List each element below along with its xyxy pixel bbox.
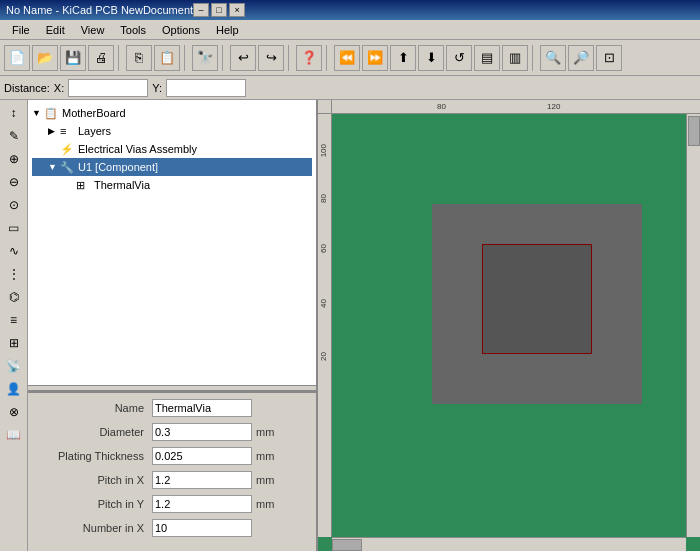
prop-pitchx-unit: mm (256, 474, 274, 486)
open-button[interactable]: 📂 (32, 45, 58, 71)
window-controls: – □ × (193, 3, 245, 17)
properties-panel: Name Diameter mm Plating Thickness (28, 391, 316, 551)
separator-5 (326, 45, 330, 71)
prop-plating-unit: mm (256, 450, 274, 462)
rect-tool-button[interactable]: ▭ (3, 217, 25, 239)
layers-tool-button[interactable]: ≡ (3, 309, 25, 331)
help2-button[interactable]: ❓ (296, 45, 322, 71)
zoom-fit-button[interactable]: ⊡ (596, 45, 622, 71)
pcb-inner (482, 244, 592, 354)
prop-diameter-input[interactable] (152, 423, 252, 441)
rotate-left-button[interactable]: ↺ (446, 45, 472, 71)
vscroll-thumb[interactable] (688, 116, 700, 146)
y-label: Y: (152, 82, 162, 94)
titlebar: No Name - KiCad PCB NewDocument – □ × (0, 0, 700, 20)
prop-plating-input[interactable] (152, 447, 252, 465)
layer2-button[interactable]: ▥ (502, 45, 528, 71)
prop-numx-input[interactable] (152, 519, 252, 537)
up-button[interactable]: ⬆ (390, 45, 416, 71)
remove-tool-button[interactable]: ⊖ (3, 171, 25, 193)
tree-item-u1comp[interactable]: ▼ 🔧 U1 [Component] (32, 158, 312, 176)
user-tool-button[interactable]: 👤 (3, 378, 25, 400)
icon-motherboard: 📋 (44, 107, 60, 120)
ruler-label-40: 40 (319, 299, 328, 308)
tree-item-layers[interactable]: ▶ ≡ Layers (32, 122, 312, 140)
add-tool-button[interactable]: ⊕ (3, 148, 25, 170)
binoculars-button[interactable]: 🔭 (192, 45, 218, 71)
back-button[interactable]: ⏪ (334, 45, 360, 71)
new-button[interactable]: 📄 (4, 45, 30, 71)
menu-tools[interactable]: Tools (112, 22, 154, 38)
close-button[interactable]: × (229, 3, 245, 17)
separator-4 (288, 45, 292, 71)
antenna-tool-button[interactable]: 📡 (3, 355, 25, 377)
prop-plating-row: Plating Thickness mm (32, 445, 312, 467)
icon-u1comp: 🔧 (60, 161, 76, 174)
horizontal-scrollbar[interactable] (332, 537, 686, 551)
tree-item-thermalvia[interactable]: ⊞ ThermalVia (32, 176, 312, 194)
triangle-tool-button[interactable]: ⌬ (3, 286, 25, 308)
menu-help[interactable]: Help (208, 22, 247, 38)
menu-view[interactable]: View (73, 22, 113, 38)
ruler-label-80b: 80 (319, 194, 328, 203)
label-thermalvia: ThermalVia (94, 179, 150, 191)
canvas-area[interactable]: 80 120 100 80 60 40 20 (318, 100, 700, 551)
ruler-label-20: 20 (319, 352, 328, 361)
wave-tool-button[interactable]: ∿ (3, 240, 25, 262)
x-label: X: (54, 82, 64, 94)
minimize-button[interactable]: – (193, 3, 209, 17)
save-button[interactable]: 💾 (60, 45, 86, 71)
tree-item-evassembly[interactable]: ⚡ Electrical Vias Assembly (32, 140, 312, 158)
separator-6 (532, 45, 536, 71)
paste-button[interactable]: 📋 (154, 45, 180, 71)
tree-item-motherboard[interactable]: ▼ 📋 MotherBoard (32, 104, 312, 122)
print-button[interactable]: 🖨 (88, 45, 114, 71)
ruler-label-80: 80 (437, 102, 446, 111)
copy-button[interactable]: ⎘ (126, 45, 152, 71)
arrow-motherboard[interactable]: ▼ (32, 108, 44, 118)
pcb-board (432, 204, 642, 404)
prop-name-row: Name (32, 397, 312, 419)
circle-tool-button[interactable]: ⊙ (3, 194, 25, 216)
distance-label: Distance: (4, 82, 50, 94)
y-input[interactable] (166, 79, 246, 97)
undo-button[interactable]: ↩ (230, 45, 256, 71)
maximize-button[interactable]: □ (211, 3, 227, 17)
toolbar: 📄 📂 💾 🖨 ⎘ 📋 🔭 ↩ ↪ ❓ ⏪ ⏩ ⬆ ⬇ ↺ ▤ ▥ 🔍 🔎 ⊡ (0, 40, 700, 76)
menubar: File Edit View Tools Options Help (0, 20, 700, 40)
label-motherboard: MotherBoard (62, 107, 126, 119)
down-button[interactable]: ⬇ (418, 45, 444, 71)
label-layers: Layers (78, 125, 111, 137)
redo-button[interactable]: ↪ (258, 45, 284, 71)
prop-pitchy-row: Pitch in Y mm (32, 493, 312, 515)
prop-pitchx-input[interactable] (152, 471, 252, 489)
content-area: ▼ 📋 MotherBoard ▶ ≡ Layers (28, 100, 700, 551)
arrow-u1comp[interactable]: ▼ (48, 162, 60, 172)
separator-2 (184, 45, 188, 71)
menu-options[interactable]: Options (154, 22, 208, 38)
zoom-out-button[interactable]: 🔎 (568, 45, 594, 71)
zoom-in-button[interactable]: 🔍 (540, 45, 566, 71)
grid-tool-button[interactable]: ⊞ (3, 332, 25, 354)
prop-pitchy-label: Pitch in Y (32, 498, 152, 510)
hscroll-thumb[interactable] (332, 539, 362, 551)
dots-tool-button[interactable]: ⋮ (3, 263, 25, 285)
props-scroll: Name Diameter mm Plating Thickness (28, 393, 316, 551)
layer1-button[interactable]: ▤ (474, 45, 500, 71)
arrow-layers[interactable]: ▶ (48, 126, 60, 136)
prop-pitchy-input[interactable] (152, 495, 252, 513)
book-tool-button[interactable]: 📖 (3, 424, 25, 446)
prop-name-input[interactable] (152, 399, 252, 417)
cross-tool-button[interactable]: ⊗ (3, 401, 25, 423)
select-tool-button[interactable]: ↕ (3, 102, 25, 124)
vertical-scrollbar[interactable] (686, 114, 700, 537)
draw-tool-button[interactable]: ✎ (3, 125, 25, 147)
x-input[interactable] (68, 79, 148, 97)
prop-numx-row: Number in X (32, 517, 312, 539)
prop-pitchy-unit: mm (256, 498, 274, 510)
icon-evassembly: ⚡ (60, 143, 76, 156)
label-evassembly: Electrical Vias Assembly (78, 143, 197, 155)
menu-edit[interactable]: Edit (38, 22, 73, 38)
menu-file[interactable]: File (4, 22, 38, 38)
forward-button[interactable]: ⏩ (362, 45, 388, 71)
